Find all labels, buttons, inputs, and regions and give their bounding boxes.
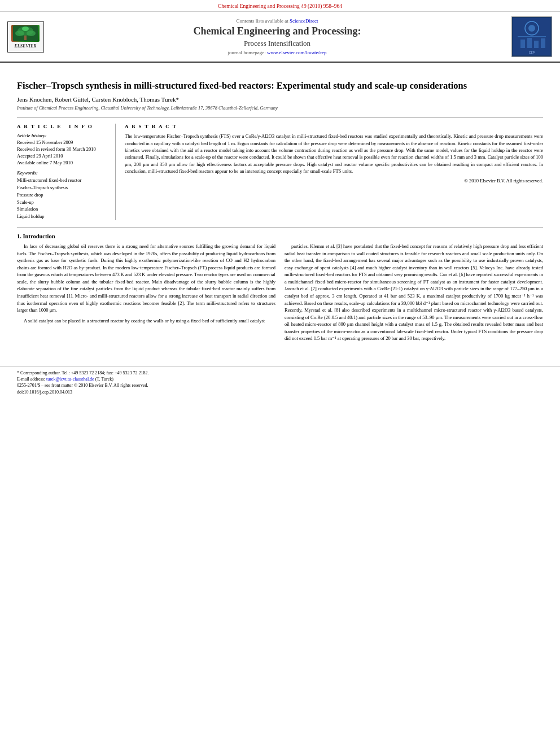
- article-body: Fischer–Tropsch synthesis in milli-struc…: [0, 63, 560, 355]
- intro-p3: particles. Klemm et al. [3] have postula…: [285, 243, 543, 342]
- article-info-abstract-section: A R T I C L E I N F O Article history: R…: [17, 117, 543, 220]
- revised-date: Received in revised form 30 March 2010: [17, 146, 111, 152]
- journal-title-area: Contents lists available at ScienceDirec…: [51, 16, 504, 57]
- elsevier-tree-logo: [11, 25, 40, 42]
- abstract-text: The low-temperature Fischer–Tropsch synt…: [125, 133, 543, 174]
- svg-point-2: [15, 30, 24, 36]
- article-title: Fischer–Tropsch synthesis in milli-struc…: [17, 80, 543, 91]
- affiliation-line: Institute of Chemical Process Engineerin…: [17, 105, 543, 111]
- email-label: E-mail address:: [17, 377, 45, 382]
- journal-homepage-link[interactable]: www.elsevier.com/locate/cep: [267, 50, 326, 55]
- keywords-label: Keywords:: [17, 170, 111, 176]
- journal-main-title: Chemical Engineering and Processing:: [193, 25, 361, 38]
- elsevier-name: ELSEVIER: [14, 43, 36, 49]
- keyword-4: Scale-up: [17, 199, 111, 206]
- issn-line: 0255-2701/$ – see front matter © 2010 El…: [17, 382, 543, 388]
- doi-line: doi:10.1016/j.cep.2010.04.013: [17, 389, 543, 395]
- article-info-heading: A R T I C L E I N F O: [17, 124, 111, 129]
- abstract-heading: A B S T R A C T: [125, 124, 543, 129]
- svg-rect-14: [541, 38, 545, 48]
- journal-citation-bar: Chemical Engineering and Processing 49 (…: [0, 0, 560, 12]
- svg-rect-13: [534, 41, 539, 48]
- keyword-2: Fischer–Tropsch synthesis: [17, 184, 111, 191]
- email-line: E-mail address: turek@icvt.tu-clausthal.…: [17, 376, 543, 382]
- svg-point-5: [22, 27, 29, 31]
- keyword-1: Milli-structured fixed-bed reactor: [17, 177, 111, 184]
- sciencedirect-link[interactable]: ScienceDirect: [290, 18, 318, 24]
- copyright-line: © 2010 Elsevier B.V. All rights reserved…: [125, 178, 543, 184]
- svg-text:CEP: CEP: [529, 51, 535, 54]
- authors-line: Jens Knochen, Robert Güttel, Carsten Kno…: [17, 96, 543, 103]
- journal-citation: Chemical Engineering and Processing 49 (…: [218, 3, 342, 9]
- article-footer: * Corresponding author. Tel.: +49 5323 7…: [0, 366, 560, 401]
- svg-point-9: [528, 25, 535, 32]
- email-person: T. Turek: [97, 377, 112, 382]
- svg-rect-12: [527, 38, 532, 48]
- intro-col-left: In face of decreasing global oil reserve…: [17, 243, 275, 346]
- introduction-section: 1. Introduction In face of decreasing gl…: [17, 227, 543, 346]
- journal-header: ELSEVIER Contents lists available at Sci…: [0, 12, 560, 63]
- svg-rect-4: [24, 36, 27, 40]
- corresponding-note-text: * Corresponding author. Tel.: +49 5323 7…: [17, 370, 148, 375]
- contents-available-line: Contents lists available at ScienceDirec…: [237, 18, 318, 24]
- available-date: Available online 7 May 2010: [17, 160, 111, 165]
- article-info-column: A R T I C L E I N F O Article history: R…: [17, 124, 116, 220]
- elsevier-logo: ELSEVIER: [7, 21, 44, 53]
- svg-rect-11: [520, 40, 525, 48]
- keyword-3: Pressure drop: [17, 191, 111, 199]
- page-wrapper: Chemical Engineering and Processing 49 (…: [0, 0, 560, 747]
- journal-homepage-line: journal homepage: www.elsevier.com/locat…: [228, 50, 327, 55]
- keyword-6: Liquid holdup: [17, 213, 111, 220]
- intro-col-right: particles. Klemm et al. [3] have postula…: [285, 243, 543, 346]
- journal-cover-image: CEP: [509, 16, 554, 57]
- journal-sub-title: Process Intensification: [244, 39, 310, 48]
- svg-point-3: [27, 30, 36, 36]
- keywords-list: Milli-structured fixed-bed reactor Fisch…: [17, 177, 111, 220]
- email-address: turek@icvt.tu-clausthal.de: [46, 377, 94, 382]
- doi-text: doi:10.1016/j.cep.2010.04.013: [17, 390, 72, 395]
- abstract-column: A B S T R A C T The low-temperature Fisc…: [125, 124, 543, 220]
- intro-p1: In face of decreasing global oil reserve…: [17, 243, 275, 314]
- introduction-body: In face of decreasing global oil reserve…: [17, 243, 543, 346]
- received-date: Received 15 November 2009: [17, 139, 111, 145]
- journal-cover-thumbnail: CEP: [511, 16, 552, 57]
- article-history-label: Article history:: [17, 133, 111, 138]
- elsevier-logo-container: ELSEVIER: [6, 16, 45, 57]
- section-1-title: 1. Introduction: [17, 233, 543, 239]
- intro-p2: A solid catalyst can be placed in a stru…: [17, 317, 275, 325]
- corresponding-author-note: * Corresponding author. Tel.: +49 5323 7…: [17, 370, 543, 376]
- issn-text: 0255-2701/$ – see front matter © 2010 El…: [17, 383, 148, 388]
- keyword-5: Simulation: [17, 206, 111, 213]
- accepted-date: Accepted 29 April 2010: [17, 153, 111, 159]
